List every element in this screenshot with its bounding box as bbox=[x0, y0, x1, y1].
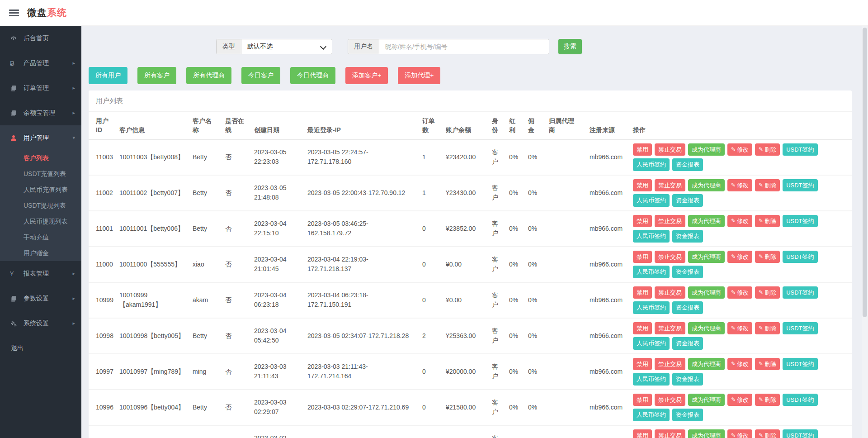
delete-button[interactable]: ✎删除 bbox=[755, 286, 780, 299]
fund-report-button[interactable]: 资金报表 bbox=[672, 158, 703, 171]
today-customers-button[interactable]: 今日客户 bbox=[241, 67, 280, 84]
cny-sign-button[interactable]: 人民币签约 bbox=[633, 194, 670, 207]
sidebar-item-yuebao[interactable]: 余额宝管理 ▸ bbox=[0, 100, 81, 125]
become-agent-button[interactable]: 成为代理商 bbox=[688, 394, 725, 406]
disable-button[interactable]: 禁用 bbox=[633, 143, 652, 156]
delete-button[interactable]: ✎删除 bbox=[755, 251, 780, 263]
sidebar-item-parameters[interactable]: 参数设置 ▸ bbox=[0, 286, 81, 311]
disable-button[interactable]: 禁用 bbox=[633, 179, 652, 192]
become-agent-button[interactable]: 成为代理商 bbox=[688, 143, 725, 156]
delete-button[interactable]: ✎删除 bbox=[755, 322, 780, 335]
scrollbar-thumb[interactable] bbox=[863, 28, 867, 317]
usdt-sign-button[interactable]: USDT签约 bbox=[783, 179, 817, 192]
cny-sign-button[interactable]: 人民币签约 bbox=[633, 301, 670, 314]
cny-sign-button[interactable]: 人民币签约 bbox=[633, 230, 670, 243]
delete-button[interactable]: ✎删除 bbox=[755, 179, 780, 192]
fund-report-button[interactable]: 资金报表 bbox=[672, 194, 703, 207]
fund-report-button[interactable]: 资金报表 bbox=[672, 266, 703, 278]
pencil-icon: ✎ bbox=[731, 324, 736, 332]
cny-sign-button[interactable]: 人民币签约 bbox=[633, 158, 670, 171]
usdt-sign-button[interactable]: USDT签约 bbox=[783, 251, 817, 263]
fund-report-button[interactable]: 资金报表 bbox=[672, 409, 703, 421]
forbid-trade-button[interactable]: 禁止交易 bbox=[655, 251, 685, 263]
become-agent-button[interactable]: 成为代理商 bbox=[688, 429, 725, 438]
usdt-sign-button[interactable]: USDT签约 bbox=[783, 143, 817, 156]
usdt-sign-button[interactable]: USDT签约 bbox=[783, 215, 817, 228]
become-agent-button[interactable]: 成为代理商 bbox=[688, 215, 725, 228]
delete-button[interactable]: ✎删除 bbox=[755, 358, 780, 371]
add-agent-button[interactable]: 添加代理+ bbox=[398, 67, 440, 84]
submenu-item-customer-list[interactable]: 客户列表 bbox=[0, 150, 81, 166]
sidebar-item-orders[interactable]: 订单管理 ▸ bbox=[0, 76, 81, 100]
disable-button[interactable]: 禁用 bbox=[633, 358, 652, 371]
edit-button[interactable]: ✎修改 bbox=[727, 322, 752, 335]
edit-button[interactable]: ✎修改 bbox=[727, 286, 752, 299]
all-agents-button[interactable]: 所有代理商 bbox=[186, 67, 231, 84]
fund-report-button[interactable]: 资金报表 bbox=[672, 230, 703, 243]
sidebar-item-products[interactable]: Ƀ 产品管理 ▸ bbox=[0, 51, 81, 76]
username-input[interactable] bbox=[379, 39, 549, 54]
forbid-trade-button[interactable]: 禁止交易 bbox=[655, 215, 685, 228]
scrollbar-track[interactable] bbox=[862, 26, 868, 438]
fund-report-button[interactable]: 资金报表 bbox=[672, 301, 703, 314]
submenu-item-user-bonus[interactable]: 用户赠金 bbox=[0, 245, 81, 261]
become-agent-button[interactable]: 成为代理商 bbox=[688, 358, 725, 371]
sidebar-item-dashboard[interactable]: 后台首页 bbox=[0, 26, 81, 51]
usdt-sign-button[interactable]: USDT签约 bbox=[783, 429, 817, 438]
usdt-sign-button[interactable]: USDT签约 bbox=[783, 394, 817, 406]
forbid-trade-button[interactable]: 禁止交易 bbox=[655, 358, 685, 371]
edit-button[interactable]: ✎修改 bbox=[727, 358, 752, 371]
delete-button[interactable]: ✎删除 bbox=[755, 143, 780, 156]
disable-button[interactable]: 禁用 bbox=[633, 286, 652, 299]
today-agents-button[interactable]: 今日代理商 bbox=[290, 67, 335, 84]
all-users-button[interactable]: 所有用户 bbox=[89, 67, 127, 84]
fund-report-button[interactable]: 资金报表 bbox=[672, 373, 703, 386]
sidebar-item-users[interactable]: 用户管理 ▾ bbox=[0, 125, 81, 150]
disable-button[interactable]: 禁用 bbox=[633, 215, 652, 228]
edit-button[interactable]: ✎修改 bbox=[727, 394, 752, 406]
forbid-trade-button[interactable]: 禁止交易 bbox=[655, 394, 685, 406]
become-agent-button[interactable]: 成为代理商 bbox=[688, 322, 725, 335]
forbid-trade-button[interactable]: 禁止交易 bbox=[655, 322, 685, 335]
usdt-sign-button[interactable]: USDT签约 bbox=[783, 322, 817, 335]
submenu-item-cny-withdrawals[interactable]: 人民币提现列表 bbox=[0, 214, 81, 229]
cny-sign-button[interactable]: 人民币签约 bbox=[633, 337, 670, 350]
disable-button[interactable]: 禁用 bbox=[633, 394, 652, 406]
type-select[interactable]: 默认不选 bbox=[241, 39, 332, 54]
forbid-trade-button[interactable]: 禁止交易 bbox=[655, 429, 685, 438]
forbid-trade-button[interactable]: 禁止交易 bbox=[655, 179, 685, 192]
edit-button[interactable]: ✎修改 bbox=[727, 429, 752, 438]
edit-button[interactable]: ✎修改 bbox=[727, 143, 752, 156]
submenu-item-usdt-withdrawals[interactable]: USDT提现列表 bbox=[0, 198, 81, 214]
edit-button[interactable]: ✎修改 bbox=[727, 179, 752, 192]
usdt-sign-button[interactable]: USDT签约 bbox=[783, 286, 817, 299]
cny-sign-button[interactable]: 人民币签约 bbox=[633, 373, 670, 386]
become-agent-button[interactable]: 成为代理商 bbox=[688, 179, 725, 192]
sidebar-item-reports[interactable]: ¥ 报表管理 ▸ bbox=[0, 261, 81, 286]
search-button[interactable]: 搜索 bbox=[558, 39, 582, 54]
sidebar-item-system-settings[interactable]: 系统设置 ▸ bbox=[0, 311, 81, 336]
forbid-trade-button[interactable]: 禁止交易 bbox=[655, 143, 685, 156]
edit-button[interactable]: ✎修改 bbox=[727, 215, 752, 228]
fund-report-button[interactable]: 资金报表 bbox=[672, 337, 703, 350]
edit-button[interactable]: ✎修改 bbox=[727, 251, 752, 263]
submenu-item-cny-deposits[interactable]: 人民币充值列表 bbox=[0, 182, 81, 198]
become-agent-button[interactable]: 成为代理商 bbox=[688, 251, 725, 263]
submenu-item-usdt-deposits[interactable]: USDT充值列表 bbox=[0, 166, 81, 182]
delete-button[interactable]: ✎删除 bbox=[755, 429, 780, 438]
delete-button[interactable]: ✎删除 bbox=[755, 394, 780, 406]
submenu-item-manual-recharge[interactable]: 手动充值 bbox=[0, 229, 81, 245]
disable-button[interactable]: 禁用 bbox=[633, 322, 652, 335]
add-customer-button[interactable]: 添加客户+ bbox=[345, 67, 388, 84]
forbid-trade-button[interactable]: 禁止交易 bbox=[655, 286, 685, 299]
disable-button[interactable]: 禁用 bbox=[633, 429, 652, 438]
all-customers-button[interactable]: 所有客户 bbox=[137, 67, 176, 84]
disable-button[interactable]: 禁用 bbox=[633, 251, 652, 263]
usdt-sign-button[interactable]: USDT签约 bbox=[783, 358, 817, 371]
cny-sign-button[interactable]: 人民币签约 bbox=[633, 266, 670, 278]
sidebar-item-logout[interactable]: 退出 bbox=[0, 336, 81, 361]
cny-sign-button[interactable]: 人民币签约 bbox=[633, 409, 670, 421]
hamburger-menu-icon[interactable] bbox=[9, 8, 19, 18]
become-agent-button[interactable]: 成为代理商 bbox=[688, 286, 725, 299]
delete-button[interactable]: ✎删除 bbox=[755, 215, 780, 228]
